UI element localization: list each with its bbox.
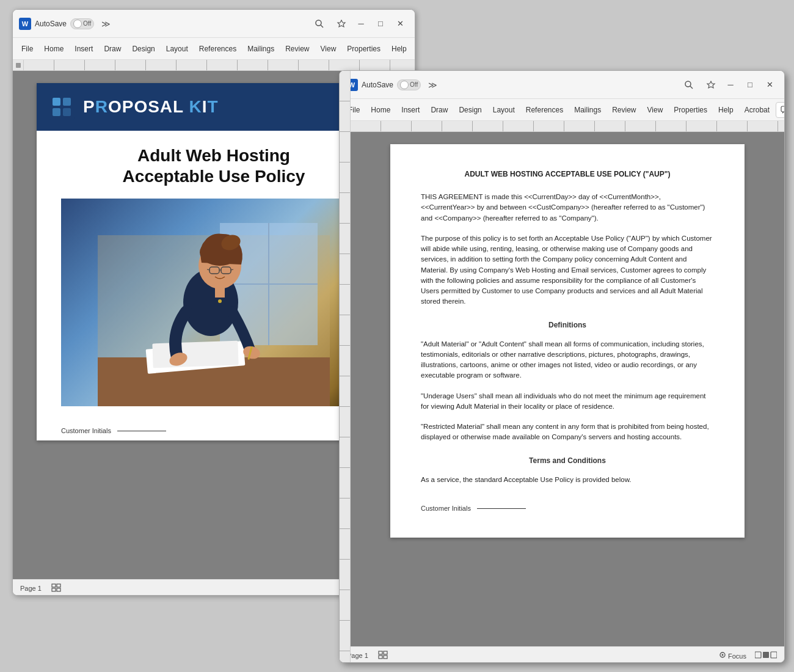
- doc-area-2[interactable]: ADULT WEB HOSTING ACCEPTABLE USE POLICY …: [340, 132, 784, 646]
- titlebar-center-2: [680, 76, 697, 93]
- ribbon-icon-1[interactable]: [333, 15, 350, 32]
- svg-rect-30: [52, 584, 56, 587]
- doc-def-restricted: "Restricted Material" shall mean any con…: [421, 422, 714, 443]
- menu-layout-2[interactable]: Layout: [488, 103, 520, 117]
- cover-header: PROPOSAL KIT: [37, 83, 391, 131]
- doc-footer-2: Customer Initials: [421, 503, 714, 514]
- svg-rect-6: [53, 108, 60, 116]
- titlebar-2: W AutoSave Off ≫ ─ □: [340, 71, 784, 99]
- menu-help-2[interactable]: Help: [713, 103, 738, 117]
- autosave-label-2: AutoSave: [362, 81, 393, 89]
- doc-section-terms: Terms and Conditions: [421, 455, 714, 466]
- cover-page: PROPOSAL KIT Adult Web Hosting Acceptabl…: [37, 83, 391, 440]
- designer-btn-2[interactable]: [702, 76, 719, 93]
- svg-point-48: [721, 654, 723, 656]
- menu-review-1[interactable]: Review: [280, 42, 314, 56]
- search-icon-2: [684, 80, 694, 90]
- close-btn-1[interactable]: ✕: [392, 15, 409, 32]
- svg-rect-33: [57, 588, 60, 591]
- more-options-2[interactable]: ≫: [428, 80, 437, 90]
- close-btn-2[interactable]: ✕: [761, 76, 778, 93]
- svg-rect-44: [384, 651, 387, 654]
- autosave-toggle-2[interactable]: Off: [397, 79, 421, 90]
- menu-properties-1[interactable]: Properties: [342, 42, 385, 56]
- menu-draw-1[interactable]: Draw: [99, 42, 126, 56]
- titlebar-center-1: [311, 15, 328, 32]
- win-controls-2: ─ □ ✕: [702, 76, 778, 93]
- designer-icon-2: [706, 80, 716, 90]
- svg-rect-32: [52, 588, 56, 591]
- toggle-state-2: Off: [410, 81, 418, 88]
- menu-insert-2[interactable]: Insert: [396, 103, 424, 117]
- autosave-label-1: AutoSave: [35, 20, 67, 28]
- ribbon-right-2: ✏ Editing ›: [776, 102, 785, 118]
- autosave-toggle-1[interactable]: Off: [70, 18, 94, 29]
- toggle-knob-2: [400, 81, 409, 89]
- svg-point-26: [218, 299, 222, 303]
- menu-draw-2[interactable]: Draw: [426, 103, 453, 117]
- menu-home-2[interactable]: Home: [366, 103, 395, 117]
- maximize-btn-1[interactable]: □: [372, 15, 389, 32]
- comment-btn-2[interactable]: [776, 102, 785, 118]
- menu-file-1[interactable]: File: [16, 42, 38, 56]
- svg-rect-8: [63, 108, 71, 116]
- titlebar-1: W AutoSave Off ≫ ─ □: [13, 10, 415, 38]
- menu-references-2[interactable]: References: [521, 103, 568, 117]
- thumbnail-view-icon-2[interactable]: [378, 651, 388, 659]
- ruler-2: [340, 121, 784, 132]
- thumbnail-icon-2: [378, 651, 388, 660]
- menu-mailings-1[interactable]: Mailings: [242, 42, 279, 56]
- cover-doc-title: Adult Web Hosting Acceptable Use Policy: [61, 145, 366, 186]
- svg-rect-15: [152, 341, 238, 368]
- menu-insert-1[interactable]: Insert: [70, 42, 98, 56]
- titlebar-left-1: W AutoSave Off ≫: [19, 18, 306, 30]
- menu-mailings-2[interactable]: Mailings: [569, 103, 606, 117]
- designer-icon-1: [337, 19, 346, 29]
- menu-view-1[interactable]: View: [316, 42, 341, 56]
- menu-view-2[interactable]: View: [643, 103, 668, 117]
- focus-btn-2[interactable]: Focus: [719, 651, 746, 660]
- thumbnail-icon-1: [51, 583, 61, 593]
- layout-icons-2[interactable]: [755, 651, 777, 660]
- search-icon-1: [315, 19, 324, 29]
- title-search-1[interactable]: [311, 15, 328, 32]
- svg-marker-41: [707, 81, 715, 88]
- customer-initials-underline-2: [477, 508, 526, 509]
- cover-footer: Customer Initials: [37, 421, 391, 440]
- word-window-2: W AutoSave Off ≫ ─ □: [339, 70, 785, 663]
- maximize-btn-2[interactable]: □: [741, 76, 759, 93]
- svg-rect-42: [781, 106, 785, 112]
- statusbar-right-2: Focus: [719, 651, 777, 660]
- svg-rect-4: [49, 94, 75, 120]
- svg-rect-25: [215, 285, 225, 298]
- toggle-state-1: Off: [83, 20, 91, 27]
- menu-help-1[interactable]: Help: [387, 42, 412, 56]
- menu-design-2[interactable]: Design: [454, 103, 486, 117]
- doc-section-definitions: Definitions: [421, 320, 714, 331]
- doc-def-adult-material: "Adult Material" or "Adult Content" shal…: [421, 339, 714, 381]
- ruler-1: [13, 60, 415, 71]
- menu-layout-1[interactable]: Layout: [161, 42, 193, 56]
- customer-initials-label-2: Customer Initials: [421, 503, 471, 514]
- doc-content-2: ADULT WEB HOSTING ACCEPTABLE USE POLICY …: [390, 144, 745, 538]
- svg-marker-2: [338, 20, 345, 27]
- cover-illustration: [61, 199, 366, 406]
- menu-design-1[interactable]: Design: [127, 42, 159, 56]
- menu-home-1[interactable]: Home: [39, 42, 68, 56]
- svg-point-39: [685, 81, 691, 87]
- title-search-2[interactable]: [680, 76, 697, 93]
- menu-review-2[interactable]: Review: [607, 103, 641, 117]
- menu-references-1[interactable]: References: [194, 42, 241, 56]
- doc-terms-para: As a service, the standard Acceptable Us…: [421, 475, 714, 485]
- ribbon-2: File Home Insert Draw Design Layout Refe…: [340, 99, 784, 121]
- minimize-btn-1[interactable]: ─: [352, 15, 370, 32]
- more-options-1[interactable]: ≫: [101, 19, 111, 29]
- thumbnail-view-icon-1[interactable]: [51, 583, 61, 592]
- menu-acrobat-1[interactable]: Acrobat: [413, 42, 415, 56]
- win-controls-1: ─ □ ✕: [333, 15, 409, 32]
- svg-rect-7: [63, 98, 71, 106]
- menu-properties-2[interactable]: Properties: [669, 103, 712, 117]
- menu-acrobat-2[interactable]: Acrobat: [740, 103, 774, 117]
- cover-body: Adult Web Hosting Acceptable Use Policy: [37, 131, 391, 421]
- minimize-btn-2[interactable]: ─: [722, 76, 739, 93]
